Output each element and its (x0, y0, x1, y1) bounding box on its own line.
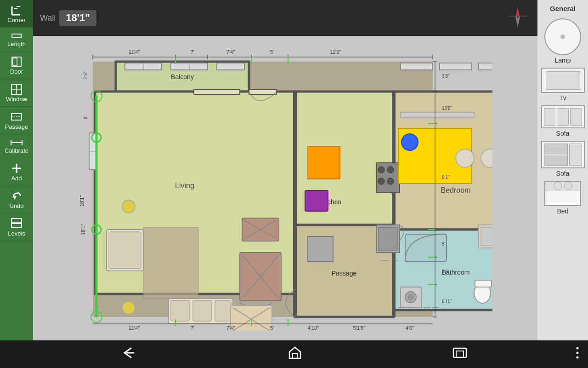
right-panel: General Lamp Tv Sofa Sofa (537, 0, 588, 340)
corner-label: Corner (7, 17, 26, 23)
lamp-shape (544, 18, 581, 55)
dim-left-1: 3'5" (83, 71, 88, 79)
dim-right-2: 13'8" (442, 106, 452, 111)
svg-rect-84 (305, 190, 328, 211)
sofa1-shape (541, 105, 585, 128)
svg-rect-74 (143, 227, 198, 299)
svg-rect-115 (231, 305, 272, 331)
svg-rect-103 (405, 234, 447, 262)
door-label: Door (10, 68, 23, 75)
svg-rect-94 (308, 236, 333, 262)
svg-text:+: + (94, 313, 98, 321)
tool-levels[interactable]: Levels (0, 213, 33, 241)
svg-rect-138 (453, 348, 466, 357)
dim-right-6: 6'10" (442, 299, 452, 304)
passage-icon (10, 110, 23, 123)
lamp-label: Lamp (554, 57, 571, 64)
dim-bot-2: 7' (191, 325, 194, 331)
passage-label: Passage (5, 123, 28, 130)
svg-rect-105 (475, 280, 492, 287)
recent-icon (452, 346, 467, 359)
svg-point-87 (387, 167, 394, 173)
dim-bot-6: 5'1'8" (353, 325, 366, 331)
panel-item-sofa2[interactable]: Sofa (540, 141, 586, 177)
top-bar: Wall 18'1" (33, 0, 538, 36)
tool-add[interactable]: Add (0, 158, 33, 186)
svg-rect-139 (456, 351, 464, 357)
svg-point-76 (122, 301, 135, 314)
passage-label: Passage (332, 270, 357, 277)
left-toolbar: Corner Length Door Window Passage (0, 0, 33, 340)
dim-right-1: 3'5" (442, 74, 450, 79)
dim-bot-4: 5' (270, 325, 274, 331)
panel-item-bed[interactable]: Bed (540, 181, 586, 215)
panel-item-lamp[interactable]: Lamp (540, 18, 586, 64)
back-icon (121, 346, 137, 360)
svg-point-86 (378, 167, 384, 173)
svg-text:+: + (95, 134, 98, 141)
svg-point-96 (401, 134, 418, 150)
panel-item-sofa1[interactable]: Sofa (540, 105, 586, 137)
dim-left-2: 8' (83, 115, 88, 119)
home-button[interactable] (278, 343, 311, 366)
add-label: Add (11, 175, 22, 182)
svg-point-97 (456, 149, 474, 167)
svg-rect-83 (308, 147, 340, 179)
sofa2-label: Sofa (556, 170, 570, 177)
tool-length[interactable]: Length (0, 28, 33, 52)
dim-top-4: 5' (270, 49, 274, 55)
levels-label: Levels (8, 230, 25, 237)
bed-label: Bed (557, 207, 569, 215)
undo-label: Undo (9, 202, 23, 209)
undo-icon (10, 190, 23, 202)
door-icon (10, 55, 23, 68)
tool-window[interactable]: Window (0, 79, 33, 107)
back-button[interactable] (112, 344, 147, 365)
svg-text:18'1": 18'1" (80, 224, 86, 235)
dim-top-2: 7' (191, 49, 194, 55)
svg-rect-69 (171, 300, 189, 321)
svg-point-89 (387, 178, 394, 184)
dim-top-1: 11'4" (129, 49, 140, 55)
more-button[interactable] (576, 346, 579, 362)
svg-rect-71 (215, 300, 231, 321)
calibrate-icon (10, 138, 23, 147)
dim-right-4: 5' (442, 242, 446, 247)
dim-left-3: 18'1" (79, 196, 85, 207)
floorplan: 11'4" 7' 7'4" 5' 11'5" Balcony Living Ki… (79, 46, 492, 331)
dim-top-5: 11'5" (330, 49, 341, 55)
corner-icon (10, 4, 23, 17)
svg-rect-5 (12, 57, 21, 66)
wall-label: Wall (40, 13, 56, 23)
svg-point-75 (122, 200, 135, 213)
svg-rect-46 (249, 90, 277, 94)
svg-rect-70 (193, 300, 211, 321)
living-label: Living (175, 182, 194, 190)
dim-bot-7: 4'6" (406, 325, 414, 331)
dim-bot-3: 7'4" (226, 325, 235, 331)
tool-calibrate[interactable]: Calibrate (0, 134, 33, 158)
svg-rect-47 (194, 90, 240, 94)
svg-rect-137 (293, 354, 297, 358)
tool-door[interactable]: Door (0, 52, 33, 79)
svg-text:+: + (94, 92, 98, 100)
dim-right-3: 9'1" (442, 175, 450, 180)
tool-corner[interactable]: Corner (0, 0, 33, 28)
recent-button[interactable] (443, 344, 476, 365)
dim-bot-5: 4'10" (308, 325, 319, 331)
svg-rect-54 (440, 63, 472, 70)
svg-rect-4 (12, 34, 21, 38)
home-icon (288, 345, 302, 360)
tool-undo[interactable]: Undo (0, 186, 33, 213)
tool-passage[interactable]: Passage (0, 107, 33, 134)
svg-rect-19 (11, 224, 22, 227)
window-icon (10, 83, 23, 96)
bedroom-label: Bedroom (441, 186, 471, 194)
panel-item-tv[interactable]: Tv (540, 68, 586, 102)
length-icon (10, 31, 23, 40)
main-canvas[interactable]: 11'4" 7' 7'4" 5' 11'5" Balcony Living Ki… (33, 36, 538, 340)
sofa1-label: Sofa (556, 130, 570, 137)
svg-rect-53 (401, 63, 433, 70)
svg-point-142 (577, 356, 579, 359)
levels-icon (10, 217, 23, 230)
